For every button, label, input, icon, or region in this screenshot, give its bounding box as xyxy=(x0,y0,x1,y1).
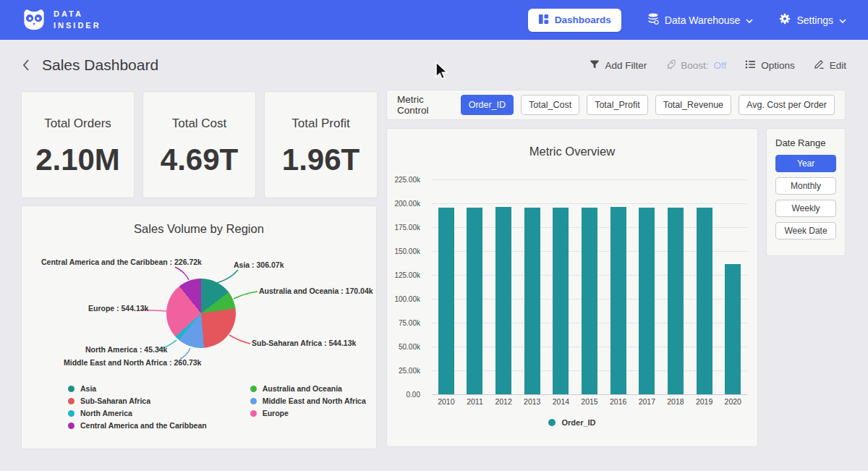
legend-label: Central America and the Caribbean xyxy=(80,421,207,430)
bar-slot xyxy=(489,179,518,394)
bar-2017 xyxy=(639,208,655,394)
pie-legend: AsiaSub-Saharan AfricaNorth AmericaCentr… xyxy=(68,384,366,430)
metric-option-avg-cost-per-order[interactable]: Avg. Cost per Order xyxy=(739,95,835,115)
pie-chart-title: Sales Volume by Region xyxy=(22,222,376,236)
metric-option-order-id[interactable]: Order_ID xyxy=(461,95,514,115)
legend-label: North America xyxy=(80,409,132,417)
pie-legend-item-central-america-and-the-caribbean[interactable]: Central America and the Caribbean xyxy=(68,421,207,430)
x-tick-label-2020: 2020 xyxy=(718,397,747,406)
mouse-cursor xyxy=(433,61,450,84)
gridline xyxy=(432,394,747,395)
boost-label: Boost: xyxy=(681,60,708,71)
bar-2018 xyxy=(668,208,684,394)
pie-callout-central-america: Central America and the Caribbean : 226.… xyxy=(41,258,202,266)
settings-menu[interactable]: Settings xyxy=(779,13,846,27)
page-title: Sales Dashboard xyxy=(42,56,158,74)
dashboards-button[interactable]: Dashboards xyxy=(528,9,621,32)
add-filter-button[interactable]: Add Filter xyxy=(590,59,647,72)
metric-option-total-profit[interactable]: Total_Profit xyxy=(587,95,648,115)
database-icon xyxy=(647,13,659,27)
data-warehouse-menu[interactable]: Data Warehouse xyxy=(647,13,754,27)
pie-legend-item-australia-and-oceania[interactable]: Australia and Oceania xyxy=(250,384,366,393)
date-range-option-week-date[interactable]: Week Date xyxy=(775,222,836,239)
metric-control-label: Metric Control xyxy=(397,94,452,116)
pie-legend-col2: Australia and OceaniaMiddle East and Nor… xyxy=(250,384,366,430)
options-button[interactable]: Options xyxy=(745,59,795,72)
bar-2011 xyxy=(467,208,482,394)
bar-slot xyxy=(432,179,461,394)
filter-funnel-icon xyxy=(590,59,600,72)
date-range-option-weekly[interactable]: Weekly xyxy=(775,200,836,217)
kpi-value: 4.69T xyxy=(161,143,238,177)
pie-legend-item-asia[interactable]: Asia xyxy=(68,384,207,393)
legend-label: Australia and Oceania xyxy=(263,384,342,393)
x-tick-label-2016: 2016 xyxy=(604,397,633,406)
top-nav: DATA INSIDER Dashboards xyxy=(0,0,868,40)
y-tick-label: 100.00k xyxy=(394,295,420,303)
bar-slot xyxy=(575,179,604,394)
kpi-card-total-orders: Total Orders 2.10M xyxy=(22,92,134,198)
metric-option-total-revenue[interactable]: Total_Revenue xyxy=(655,95,731,115)
y-tick-label: 150.00k xyxy=(394,247,420,255)
back-button[interactable] xyxy=(22,59,30,72)
boost-toggle[interactable]: Boost: Off xyxy=(665,59,726,72)
y-tick-label: 125.00k xyxy=(394,271,420,279)
pie-callout-north-america: North America : 45.34k xyxy=(85,345,167,354)
bar-legend: Order_ID xyxy=(387,418,757,427)
date-range-panel: Date Range YearMonthlyWeeklyWeek Date xyxy=(767,129,845,255)
y-tick-label: 0.00 xyxy=(407,391,420,399)
add-filter-label: Add Filter xyxy=(605,60,647,71)
list-options-icon xyxy=(745,59,756,72)
legend-label: Europe xyxy=(263,409,289,417)
x-tick-label-2019: 2019 xyxy=(690,397,719,406)
bar-bars xyxy=(432,179,747,394)
legend-label: Middle East and North Africa xyxy=(263,396,366,405)
boost-value: Off xyxy=(713,60,726,71)
pie-legend-item-europe[interactable]: Europe xyxy=(250,409,366,417)
bar-2016 xyxy=(610,207,626,394)
bar-slot xyxy=(604,179,633,394)
legend-dot-icon xyxy=(250,398,257,404)
bar-slot xyxy=(547,179,576,394)
rocket-icon xyxy=(665,59,676,72)
date-range-option-monthly[interactable]: Monthly xyxy=(775,177,836,195)
date-range-option-year[interactable]: Year xyxy=(775,155,836,172)
kpi-card-total-profit: Total Profit 1.96T xyxy=(265,92,377,198)
kpi-label: Total Profit xyxy=(292,116,349,131)
legend-label: Asia xyxy=(80,384,96,393)
pie-legend-item-sub-saharan-africa[interactable]: Sub-Saharan Africa xyxy=(68,396,207,405)
metric-option-total-cost[interactable]: Total_Cost xyxy=(521,95,579,115)
legend-dot-icon xyxy=(68,423,75,429)
kpi-value: 2.10M xyxy=(35,143,120,177)
bar-slot xyxy=(661,179,690,394)
bar-2015 xyxy=(582,208,597,394)
pie-legend-item-north-america[interactable]: North America xyxy=(68,409,207,417)
pencil-icon xyxy=(814,59,825,72)
app-window: DATA INSIDER Dashboards xyxy=(0,0,868,471)
y-tick-label: 175.00k xyxy=(394,223,420,231)
x-tick-label-2010: 2010 xyxy=(432,397,461,406)
metric-control-bar: Metric Control Order_IDTotal_CostTotal_P… xyxy=(387,90,845,119)
legend-dot-icon xyxy=(250,386,257,392)
pie-legend-item-middle-east-and-north-africa[interactable]: Middle East and North Africa xyxy=(250,396,366,405)
legend-dot-icon xyxy=(548,419,556,426)
brand-logo: DATA INSIDER xyxy=(22,7,101,34)
pie-callout-asia: Asia : 306.07k xyxy=(234,260,284,269)
legend-label: Sub-Saharan Africa xyxy=(80,396,150,405)
y-tick-label: 25.00k xyxy=(399,366,420,374)
pie-chart[interactable] xyxy=(166,279,236,348)
legend-dot-icon xyxy=(250,410,257,417)
dashboards-label: Dashboards xyxy=(555,14,611,25)
bar-chart-title: Metric Overview xyxy=(387,145,757,158)
legend-label: Order_ID xyxy=(561,418,595,427)
metric-overview-chart-card: Metric Overview 225.00k200.00k175.00k150… xyxy=(387,129,757,446)
bar-slot xyxy=(518,179,547,394)
brand-line-2: INSIDER xyxy=(54,20,101,32)
sales-volume-chart-card: Sales Volume by Region Central America a… xyxy=(22,206,376,449)
x-tick-label-2018: 2018 xyxy=(661,397,690,406)
bar-2013 xyxy=(524,208,540,394)
edit-button[interactable]: Edit xyxy=(814,59,846,72)
kpi-card-total-cost: Total Cost 4.69T xyxy=(143,92,255,198)
chevron-down-icon xyxy=(746,14,753,26)
bar-legend-item-order-id[interactable]: Order_ID xyxy=(548,418,595,427)
